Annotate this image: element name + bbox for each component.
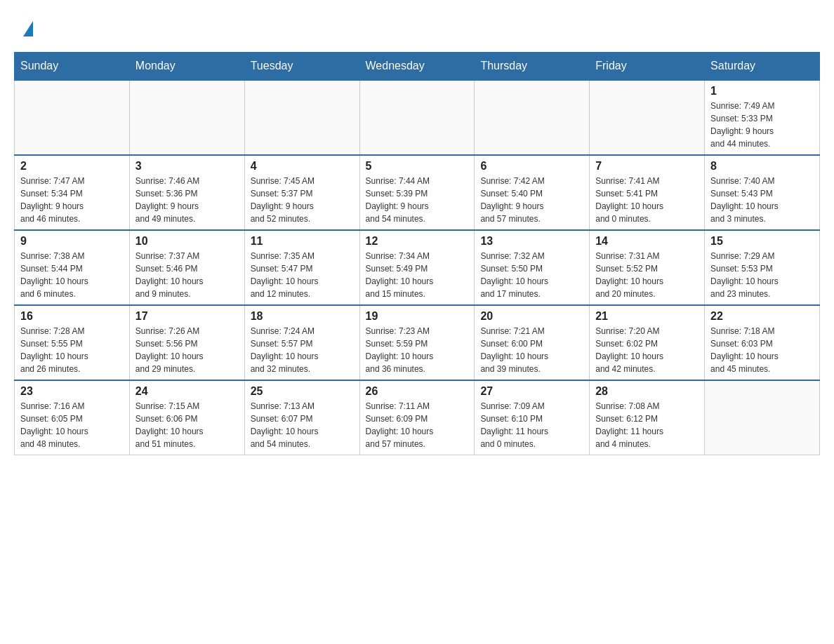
- day-info: Sunrise: 7:40 AM Sunset: 5:43 PM Dayligh…: [710, 175, 814, 225]
- day-number: 26: [366, 385, 469, 398]
- day-info: Sunrise: 7:29 AM Sunset: 5:53 PM Dayligh…: [710, 250, 814, 300]
- day-info: Sunrise: 7:21 AM Sunset: 6:00 PM Dayligh…: [480, 325, 583, 375]
- calendar-cell: 8Sunrise: 7:40 AM Sunset: 5:43 PM Daylig…: [705, 155, 820, 230]
- day-info: Sunrise: 7:38 AM Sunset: 5:44 PM Dayligh…: [20, 250, 124, 300]
- calendar-cell: 10Sunrise: 7:37 AM Sunset: 5:46 PM Dayli…: [129, 230, 244, 305]
- weekday-header-row: SundayMondayTuesdayWednesdayThursdayFrid…: [15, 53, 820, 81]
- day-number: 12: [366, 235, 469, 248]
- calendar-week-row-4: 16Sunrise: 7:28 AM Sunset: 5:55 PM Dayli…: [15, 305, 820, 380]
- weekday-header-sunday: Sunday: [15, 53, 130, 81]
- day-number: 2: [20, 160, 124, 173]
- day-number: 19: [366, 310, 469, 323]
- calendar-cell: 4Sunrise: 7:45 AM Sunset: 5:37 PM Daylig…: [244, 155, 359, 230]
- day-info: Sunrise: 7:09 AM Sunset: 6:10 PM Dayligh…: [480, 400, 583, 450]
- day-number: 25: [251, 385, 354, 398]
- day-number: 24: [135, 385, 239, 398]
- calendar-cell: 23Sunrise: 7:16 AM Sunset: 6:05 PM Dayli…: [15, 380, 130, 455]
- day-info: Sunrise: 7:46 AM Sunset: 5:36 PM Dayligh…: [135, 175, 239, 225]
- day-info: Sunrise: 7:47 AM Sunset: 5:34 PM Dayligh…: [20, 175, 124, 225]
- calendar-week-row-1: 1Sunrise: 7:49 AM Sunset: 5:33 PM Daylig…: [15, 80, 820, 155]
- logo-triangle-icon: [23, 21, 33, 36]
- calendar-cell: 13Sunrise: 7:32 AM Sunset: 5:50 PM Dayli…: [475, 230, 590, 305]
- day-info: Sunrise: 7:35 AM Sunset: 5:47 PM Dayligh…: [251, 250, 354, 300]
- day-number: 16: [20, 310, 124, 323]
- calendar-cell: 11Sunrise: 7:35 AM Sunset: 5:47 PM Dayli…: [244, 230, 359, 305]
- day-info: Sunrise: 7:24 AM Sunset: 5:57 PM Dayligh…: [251, 325, 354, 375]
- day-info: Sunrise: 7:16 AM Sunset: 6:05 PM Dayligh…: [20, 400, 124, 450]
- calendar-table: SundayMondayTuesdayWednesdayThursdayFrid…: [14, 52, 820, 455]
- day-info: Sunrise: 7:37 AM Sunset: 5:46 PM Dayligh…: [135, 250, 239, 300]
- day-number: 14: [595, 235, 699, 248]
- day-info: Sunrise: 7:41 AM Sunset: 5:41 PM Dayligh…: [595, 175, 699, 225]
- weekday-header-monday: Monday: [129, 53, 244, 81]
- calendar-cell: 12Sunrise: 7:34 AM Sunset: 5:49 PM Dayli…: [359, 230, 475, 305]
- calendar-week-row-2: 2Sunrise: 7:47 AM Sunset: 5:34 PM Daylig…: [15, 155, 820, 230]
- calendar-cell: 14Sunrise: 7:31 AM Sunset: 5:52 PM Dayli…: [590, 230, 705, 305]
- calendar-cell: 21Sunrise: 7:20 AM Sunset: 6:02 PM Dayli…: [590, 305, 705, 380]
- calendar-cell: 7Sunrise: 7:41 AM Sunset: 5:41 PM Daylig…: [590, 155, 705, 230]
- day-number: 7: [595, 160, 699, 173]
- day-number: 15: [710, 235, 814, 248]
- day-info: Sunrise: 7:32 AM Sunset: 5:50 PM Dayligh…: [480, 250, 583, 300]
- day-number: 11: [251, 235, 354, 248]
- weekday-header-wednesday: Wednesday: [359, 53, 475, 81]
- calendar-cell: 1Sunrise: 7:49 AM Sunset: 5:33 PM Daylig…: [705, 80, 820, 155]
- weekday-header-saturday: Saturday: [705, 53, 820, 81]
- page-header: [14, 14, 820, 38]
- day-info: Sunrise: 7:13 AM Sunset: 6:07 PM Dayligh…: [251, 400, 354, 450]
- day-info: Sunrise: 7:26 AM Sunset: 5:56 PM Dayligh…: [135, 325, 239, 375]
- day-info: Sunrise: 7:31 AM Sunset: 5:52 PM Dayligh…: [595, 250, 699, 300]
- day-number: 17: [135, 310, 239, 323]
- day-number: 28: [595, 385, 699, 398]
- calendar-cell: 20Sunrise: 7:21 AM Sunset: 6:00 PM Dayli…: [475, 305, 590, 380]
- day-info: Sunrise: 7:11 AM Sunset: 6:09 PM Dayligh…: [366, 400, 469, 450]
- weekday-header-friday: Friday: [590, 53, 705, 81]
- day-number: 22: [710, 310, 814, 323]
- day-number: 9: [20, 235, 124, 248]
- day-number: 3: [135, 160, 239, 173]
- calendar-cell: [705, 380, 820, 455]
- calendar-cell: 6Sunrise: 7:42 AM Sunset: 5:40 PM Daylig…: [475, 155, 590, 230]
- day-info: Sunrise: 7:18 AM Sunset: 6:03 PM Dayligh…: [710, 325, 814, 375]
- calendar-cell: [475, 80, 590, 155]
- calendar-cell: 16Sunrise: 7:28 AM Sunset: 5:55 PM Dayli…: [15, 305, 130, 380]
- day-info: Sunrise: 7:23 AM Sunset: 5:59 PM Dayligh…: [366, 325, 469, 375]
- day-number: 1: [710, 85, 814, 98]
- day-info: Sunrise: 7:08 AM Sunset: 6:12 PM Dayligh…: [595, 400, 699, 450]
- day-info: Sunrise: 7:42 AM Sunset: 5:40 PM Dayligh…: [480, 175, 583, 225]
- day-number: 27: [480, 385, 583, 398]
- calendar-cell: 5Sunrise: 7:44 AM Sunset: 5:39 PM Daylig…: [359, 155, 475, 230]
- day-info: Sunrise: 7:44 AM Sunset: 5:39 PM Dayligh…: [366, 175, 469, 225]
- weekday-header-tuesday: Tuesday: [244, 53, 359, 81]
- day-number: 6: [480, 160, 583, 173]
- logo: [21, 21, 33, 38]
- calendar-cell: 3Sunrise: 7:46 AM Sunset: 5:36 PM Daylig…: [129, 155, 244, 230]
- day-number: 8: [710, 160, 814, 173]
- day-info: Sunrise: 7:45 AM Sunset: 5:37 PM Dayligh…: [251, 175, 354, 225]
- calendar-week-row-5: 23Sunrise: 7:16 AM Sunset: 6:05 PM Dayli…: [15, 380, 820, 455]
- day-info: Sunrise: 7:49 AM Sunset: 5:33 PM Dayligh…: [710, 100, 814, 150]
- calendar-week-row-3: 9Sunrise: 7:38 AM Sunset: 5:44 PM Daylig…: [15, 230, 820, 305]
- calendar-cell: 15Sunrise: 7:29 AM Sunset: 5:53 PM Dayli…: [705, 230, 820, 305]
- calendar-cell: 25Sunrise: 7:13 AM Sunset: 6:07 PM Dayli…: [244, 380, 359, 455]
- day-number: 20: [480, 310, 583, 323]
- calendar-cell: 22Sunrise: 7:18 AM Sunset: 6:03 PM Dayli…: [705, 305, 820, 380]
- calendar-cell: 26Sunrise: 7:11 AM Sunset: 6:09 PM Dayli…: [359, 380, 475, 455]
- day-number: 21: [595, 310, 699, 323]
- calendar-cell: 19Sunrise: 7:23 AM Sunset: 5:59 PM Dayli…: [359, 305, 475, 380]
- day-number: 18: [251, 310, 354, 323]
- calendar-cell: 24Sunrise: 7:15 AM Sunset: 6:06 PM Dayli…: [129, 380, 244, 455]
- day-info: Sunrise: 7:34 AM Sunset: 5:49 PM Dayligh…: [366, 250, 469, 300]
- day-info: Sunrise: 7:28 AM Sunset: 5:55 PM Dayligh…: [20, 325, 124, 375]
- day-number: 4: [251, 160, 354, 173]
- calendar-cell: [15, 80, 130, 155]
- day-number: 23: [20, 385, 124, 398]
- calendar-cell: 27Sunrise: 7:09 AM Sunset: 6:10 PM Dayli…: [475, 380, 590, 455]
- calendar-cell: 2Sunrise: 7:47 AM Sunset: 5:34 PM Daylig…: [15, 155, 130, 230]
- day-info: Sunrise: 7:15 AM Sunset: 6:06 PM Dayligh…: [135, 400, 239, 450]
- day-info: Sunrise: 7:20 AM Sunset: 6:02 PM Dayligh…: [595, 325, 699, 375]
- day-number: 13: [480, 235, 583, 248]
- calendar-cell: 18Sunrise: 7:24 AM Sunset: 5:57 PM Dayli…: [244, 305, 359, 380]
- day-number: 10: [135, 235, 239, 248]
- calendar-cell: [129, 80, 244, 155]
